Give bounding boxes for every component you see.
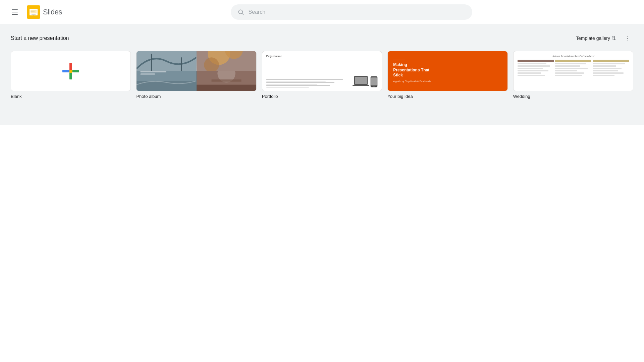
- menu-button[interactable]: [8, 5, 21, 19]
- svg-rect-32: [141, 73, 156, 74]
- wedding-title-text: Join us for a full weekend of activities…: [518, 55, 629, 58]
- wedding-col-thursday: [518, 60, 554, 87]
- big-idea-sub: A guide by Chip Heath & Dan Heath: [393, 80, 431, 82]
- template-thumb-your-big-idea: MakingPresentations ThatStick A guide by…: [387, 51, 507, 91]
- svg-rect-5: [31, 12, 35, 12]
- portfolio-project-name: Project name: [266, 55, 378, 58]
- svg-rect-31: [141, 71, 167, 72]
- template-gallery-label: Template gallery: [576, 36, 610, 41]
- more-options-button[interactable]: ⋮: [621, 32, 633, 44]
- svg-rect-17: [69, 70, 72, 73]
- wedding-schedule-columns: [518, 60, 629, 87]
- template-name-photo-album: Photo album: [136, 94, 256, 104]
- template-gallery-button[interactable]: Template gallery ⇅: [573, 33, 619, 44]
- wedding-col-friday: [555, 60, 591, 87]
- photo-album-grid: [137, 51, 256, 91]
- template-name-wedding: Wedding: [513, 94, 633, 104]
- template-item-blank[interactable]: Blank: [11, 51, 131, 104]
- template-thumb-portfolio: Project name: [262, 51, 382, 91]
- chevron-updown-icon: ⇅: [611, 35, 616, 42]
- big-idea-decorative-line: [393, 60, 405, 60]
- menu-bar-3: [12, 14, 18, 15]
- template-thumb-blank: [11, 51, 131, 91]
- main-content: [0, 125, 644, 259]
- big-idea-main-title: MakingPresentations ThatStick: [393, 62, 429, 78]
- search-input[interactable]: [248, 9, 466, 15]
- template-name-portfolio: Portfolio: [262, 94, 382, 104]
- svg-rect-4: [31, 11, 37, 11]
- slides-icon: [27, 5, 40, 19]
- wedding-col-sunday: [593, 60, 629, 87]
- app-logo[interactable]: Slides: [27, 5, 62, 19]
- photo-cell-4: [197, 71, 256, 91]
- svg-rect-34: [197, 85, 256, 91]
- menu-bar-2: [12, 12, 18, 12]
- template-item-portfolio[interactable]: Project name: [262, 51, 382, 104]
- template-thumb-photo-album: [136, 51, 256, 91]
- template-name-your-big-idea: Your big idea: [387, 94, 507, 104]
- more-dots-icon: ⋮: [624, 34, 631, 42]
- svg-rect-3: [31, 10, 37, 10]
- portfolio-laptop-icon: [353, 75, 369, 87]
- photo-cell-3: [137, 71, 196, 91]
- svg-rect-7: [34, 15, 34, 16]
- template-item-photo-album[interactable]: Photo album: [136, 51, 256, 104]
- google-plus-colored-icon: [61, 61, 81, 81]
- svg-rect-18: [69, 73, 72, 79]
- svg-line-9: [242, 13, 244, 15]
- big-idea-content: MakingPresentations ThatStick A guide by…: [388, 51, 507, 91]
- template-item-your-big-idea[interactable]: MakingPresentations ThatStick A guide by…: [387, 51, 507, 104]
- svg-rect-15: [72, 70, 79, 72]
- app-header: Slides: [0, 0, 644, 24]
- template-section: Start a new presentation Template galler…: [0, 24, 644, 125]
- template-section-header: Start a new presentation Template galler…: [11, 32, 633, 44]
- svg-rect-13: [62, 70, 70, 72]
- photo-cell-2: [197, 51, 256, 71]
- photo-cell-1: [137, 51, 196, 71]
- svg-rect-6: [32, 14, 36, 15]
- template-item-wedding[interactable]: Join us for a full weekend of activities…: [513, 51, 633, 104]
- section-title: Start a new presentation: [11, 35, 69, 41]
- search-bar: [231, 4, 472, 20]
- header-right-controls: Template gallery ⇅ ⋮: [573, 32, 633, 44]
- svg-rect-40: [359, 85, 363, 85]
- svg-point-43: [374, 86, 375, 87]
- svg-rect-16: [69, 63, 72, 70]
- template-name-blank: Blank: [11, 94, 131, 104]
- search-icon: [237, 9, 244, 15]
- template-grid: Blank: [11, 51, 633, 104]
- wedding-content: Join us for a full weekend of activities…: [518, 55, 629, 87]
- svg-rect-38: [355, 77, 367, 84]
- portfolio-phone-icon: [370, 76, 378, 87]
- app-title: Slides: [43, 8, 62, 16]
- menu-bar-1: [12, 9, 18, 10]
- template-thumb-wedding: Join us for a full weekend of activities…: [513, 51, 633, 91]
- svg-rect-36: [211, 79, 241, 82]
- svg-rect-42: [371, 77, 377, 85]
